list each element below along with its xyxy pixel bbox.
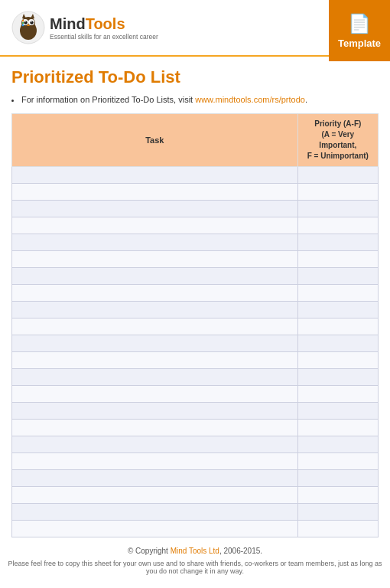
task-cell[interactable] [12, 251, 298, 268]
task-cell[interactable] [12, 268, 298, 285]
table-row [12, 217, 379, 234]
priority-cell[interactable] [297, 386, 378, 403]
task-cell[interactable] [12, 504, 298, 521]
priority-cell[interactable] [297, 453, 378, 470]
copyright-suffix: , 2006-2015. [219, 547, 262, 555]
table-wrapper: Task Priority (A-F) (A = Very Important,… [0, 113, 390, 537]
svg-point-13 [22, 22, 24, 24]
svg-point-6 [30, 21, 33, 24]
task-cell[interactable] [12, 167, 298, 184]
priority-cell[interactable] [297, 352, 378, 369]
task-cell[interactable] [12, 521, 298, 537]
task-cell[interactable] [12, 369, 298, 386]
priority-col-line2: (A = Very Important, [319, 130, 356, 149]
table-row [12, 352, 379, 369]
table-row [12, 167, 379, 184]
table-row [12, 487, 379, 504]
brand-tools: Tools [86, 15, 125, 32]
task-cell[interactable] [12, 302, 298, 318]
table-row [12, 436, 379, 453]
priority-cell[interactable] [297, 285, 378, 302]
footer: © Copyright Mind Tools Ltd, 2006-2015. [0, 537, 390, 558]
task-cell[interactable] [12, 470, 298, 487]
priority-cell[interactable] [297, 201, 378, 217]
priority-cell[interactable] [297, 504, 378, 521]
task-cell[interactable] [12, 487, 298, 504]
svg-point-7 [24, 21, 25, 22]
prioritized-todo-table: Task Priority (A-F) (A = Very Important,… [11, 113, 379, 537]
task-cell[interactable] [12, 217, 298, 234]
task-cell[interactable] [12, 403, 298, 420]
priority-cell[interactable] [297, 167, 378, 184]
header: MindTools Essential skills for an excell… [0, 0, 390, 57]
footer-note: Please feel free to copy this sheet for … [0, 558, 390, 580]
priority-cell[interactable] [297, 436, 378, 453]
priority-cell[interactable] [297, 234, 378, 251]
priority-cell[interactable] [297, 268, 378, 285]
info-prefix: For information on Prioritized To-Do Lis… [21, 95, 195, 104]
svg-point-14 [22, 24, 24, 26]
task-cell[interactable] [12, 420, 298, 436]
table-row [12, 386, 379, 403]
table-row [12, 234, 379, 251]
brand-text: MindTools Essential skills for an excell… [50, 15, 158, 41]
task-cell[interactable] [12, 453, 298, 470]
table-row [12, 268, 379, 285]
task-cell[interactable] [12, 318, 298, 335]
table-row [12, 335, 379, 352]
brand-tagline: Essential skills for an excellent career [50, 33, 158, 41]
info-link[interactable]: www.mindtools.com/rs/prtodo [195, 95, 305, 104]
template-icon: 📄 [348, 13, 371, 34]
owl-icon [11, 11, 45, 44]
svg-point-12 [22, 20, 24, 21]
priority-cell[interactable] [297, 318, 378, 335]
table-body [12, 167, 379, 537]
table-row [12, 403, 379, 420]
template-badge: 📄 Template [329, 0, 390, 61]
table-row [12, 470, 379, 487]
brand-mind: Mind [50, 15, 86, 32]
copyright-prefix: © Copyright [128, 547, 171, 555]
table-row [12, 504, 379, 521]
task-cell[interactable] [12, 285, 298, 302]
priority-cell[interactable] [297, 403, 378, 420]
task-cell[interactable] [12, 234, 298, 251]
task-column-header: Task [12, 114, 298, 167]
logo: MindTools Essential skills for an excell… [11, 11, 158, 44]
table-row [12, 251, 379, 268]
priority-cell[interactable] [297, 302, 378, 318]
copyright-link[interactable]: Mind Tools Ltd [171, 547, 219, 555]
task-cell[interactable] [12, 201, 298, 217]
priority-cell[interactable] [297, 487, 378, 504]
task-cell[interactable] [12, 386, 298, 403]
priority-cell[interactable] [297, 521, 378, 537]
table-row [12, 285, 379, 302]
task-cell[interactable] [12, 184, 298, 201]
svg-point-8 [31, 21, 31, 22]
priority-cell[interactable] [297, 184, 378, 201]
priority-col-line1: Priority (A-F) [314, 119, 361, 128]
svg-point-5 [24, 21, 27, 24]
priority-cell[interactable] [297, 217, 378, 234]
table-row [12, 184, 379, 201]
priority-cell[interactable] [297, 335, 378, 352]
priority-cell[interactable] [297, 420, 378, 436]
info-list: For information on Prioritized To-Do Lis… [0, 92, 390, 113]
table-row [12, 521, 379, 537]
table-row [12, 318, 379, 335]
page-title: Prioritized To-Do List [0, 57, 390, 92]
table-row [12, 201, 379, 217]
table-header-row: Task Priority (A-F) (A = Very Important,… [12, 114, 379, 167]
table-row [12, 453, 379, 470]
task-cell[interactable] [12, 436, 298, 453]
priority-column-header: Priority (A-F) (A = Very Important, F = … [297, 114, 378, 167]
info-item: For information on Prioritized To-Do Lis… [21, 95, 379, 104]
priority-cell[interactable] [297, 369, 378, 386]
task-cell[interactable] [12, 352, 298, 369]
table-row [12, 302, 379, 318]
template-label: Template [338, 38, 381, 49]
priority-cell[interactable] [297, 251, 378, 268]
priority-col-line3: F = Unimportant) [307, 152, 369, 160]
task-cell[interactable] [12, 335, 298, 352]
priority-cell[interactable] [297, 470, 378, 487]
